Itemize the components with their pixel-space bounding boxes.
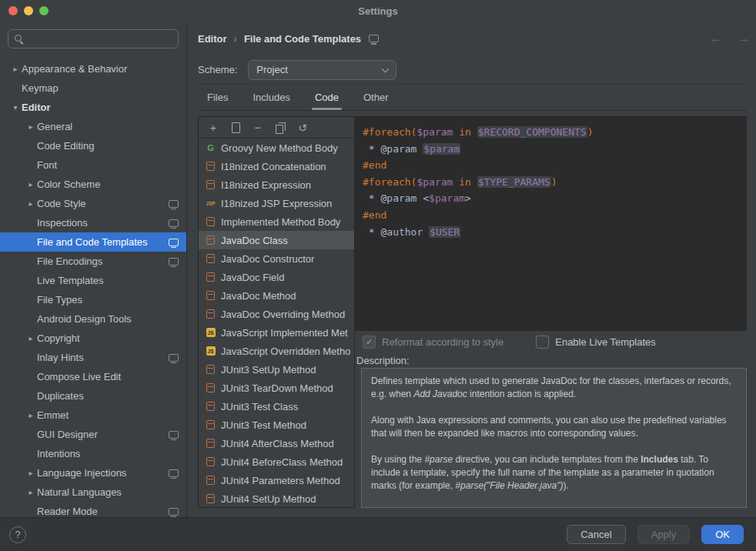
code-line: * @param <$param> [363,190,738,207]
template-item-junit3-setup-method[interactable]: JUnit3 SetUp Method [199,360,354,379]
sidebar-item-label: General [37,121,72,132]
template-item-javadoc-field[interactable]: JavaDoc Field [199,268,354,286]
template-editor[interactable]: #foreach($param in $RECORD_COMPONENTS) *… [355,116,747,331]
search-input[interactable] [8,29,179,48]
maximize-button[interactable] [39,6,49,15]
settings-main: Editor › File and Code Templates ← → Sch… [187,22,756,517]
template-item-i18nized-jsp-expression[interactable]: JSPI18nized JSP Expression [199,194,354,212]
add-template-icon[interactable] [207,122,219,134]
sidebar-item-color-scheme[interactable]: ▸Color Scheme [0,175,186,194]
minimize-button[interactable] [24,6,33,15]
template-item-javadoc-class[interactable]: JavaDoc Class [199,231,354,249]
tab-other[interactable]: Other [354,85,398,110]
template-file-icon [204,476,217,485]
sidebar-item-font[interactable]: Font [0,155,186,175]
back-icon[interactable]: ← [710,32,722,45]
description-paragraph: By using the #parse directive, you can i… [371,453,737,493]
sidebar-item-file-and-code-templates[interactable]: File and Code Templates [0,232,186,252]
apply-button[interactable]: Apply [637,525,691,544]
sidebar-item-inspections[interactable]: Inspections [0,213,186,232]
breadcrumb-editor[interactable]: Editor [198,33,227,45]
sidebar-item-editor[interactable]: ▾Editor [0,98,186,117]
chevron-right-icon[interactable]: ▸ [25,180,37,189]
template-file-icon [204,457,217,466]
template-item-junit4-afterclass-method[interactable]: JUnit4 AfterClass Method [199,434,354,452]
window-title: Settings [358,5,397,17]
chevron-right-icon[interactable]: ▸ [25,334,37,342]
chevron-right-icon[interactable]: ▸ [25,469,37,477]
copy-template-icon[interactable] [274,122,286,134]
close-button[interactable] [8,6,18,15]
template-item-junit3-teardown-method[interactable]: JUnit3 TearDown Method [199,379,354,397]
sidebar-item-label: Editor [22,102,51,113]
sidebar-item-label: Android Design Tools [37,313,132,325]
template-item-implemented-method-body[interactable]: Implemented Method Body [199,212,354,231]
template-item-junit4-beforeclass-method[interactable]: JUnit4 BeforeClass Method [199,452,354,471]
sidebar-item-file-encodings[interactable]: File Encodings [0,252,186,271]
template-item-i18nized-concatenation[interactable]: I18nized Concatenation [199,157,354,175]
sidebar-item-code-style[interactable]: ▸Code Style [0,194,186,213]
create-child-template-icon[interactable] [229,122,242,134]
sidebar-item-keymap[interactable]: Keymap [0,78,186,98]
cancel-button[interactable]: Cancel [567,525,625,544]
template-item-label: JUnit3 TearDown Method [221,382,333,394]
tab-files[interactable]: Files [198,85,237,110]
sidebar-item-duplicates[interactable]: Duplicates [0,386,186,406]
sidebar-item-natural-languages[interactable]: ▸Natural Languages [0,483,186,502]
live-templates-checkbox[interactable]: Enable Live Templates [536,336,656,349]
sidebar-item-code-editing[interactable]: Code Editing [0,136,186,155]
settings-sidebar: ▸Appearance & BehaviorKeymap▾Editor▸Gene… [0,22,187,517]
scheme-row: Scheme: Project [198,55,747,85]
template-item-javascript-overridden-metho[interactable]: JSJavaScript Overridden Metho [199,342,354,360]
scheme-dropdown[interactable]: Project [248,60,396,80]
chevron-right-icon[interactable]: ▸ [9,65,22,73]
sidebar-item-general[interactable]: ▸General [0,117,186,136]
description-paragraph: Predefined variables take the following … [371,506,737,508]
sidebar-item-language-injections[interactable]: ▸Language Injections [0,463,186,483]
sidebar-item-file-types[interactable]: File Types [0,290,186,309]
remove-template-icon[interactable] [252,122,264,134]
template-file-icon [204,309,217,319]
sidebar-item-android-design-tools[interactable]: Android Design Tools [0,309,186,329]
template-list-pane: GGroovy New Method BodyI18nized Concaten… [198,116,355,508]
template-item-i18nized-expression[interactable]: I18nized Expression [199,175,354,194]
chevron-right-icon[interactable]: ▸ [25,488,37,496]
chevron-right-icon[interactable]: ▸ [25,199,37,208]
template-item-junit4-parameters-method[interactable]: JUnit4 Parameters Method [199,471,354,489]
sidebar-item-gui-designer[interactable]: GUI Designer [0,425,186,444]
template-item-javadoc-method[interactable]: JavaDoc Method [199,286,354,305]
sidebar-item-compose-live-edit[interactable]: Compose Live Edit [0,367,186,386]
template-item-junit3-test-class[interactable]: JUnit3 Test Class [199,397,354,416]
tab-includes[interactable]: Includes [243,85,299,110]
template-item-junit3-test-method[interactable]: JUnit3 Test Method [199,416,354,434]
sidebar-item-live-templates[interactable]: Live Templates [0,271,186,290]
chevron-right-icon[interactable]: ▸ [25,122,37,131]
chevron-down-icon[interactable]: ▾ [9,103,22,112]
footer: ? Cancel Apply OK [0,517,756,551]
help-button[interactable]: ? [9,526,26,543]
forward-icon[interactable]: → [738,32,750,45]
sidebar-item-emmet[interactable]: ▸Emmet [0,406,186,425]
monitor-icon [169,508,179,516]
template-item-javadoc-constructor[interactable]: JavaDoc Constructor [199,249,354,268]
sidebar-item-inlay-hints[interactable]: Inlay Hints [0,348,186,367]
template-item-groovy-new-method-body[interactable]: GGroovy New Method Body [199,139,354,157]
template-item-label: JUnit4 BeforeClass Method [221,456,343,468]
scheme-value: Project [256,64,287,75]
chevron-right-icon[interactable]: ▸ [25,411,37,419]
template-item-javadoc-overriding-method[interactable]: JavaDoc Overriding Method [199,305,354,323]
reformat-checkbox[interactable]: ✓ Reformat according to style [363,336,503,349]
sidebar-item-appearance-behavior[interactable]: ▸Appearance & Behavior [0,59,186,78]
sidebar-item-reader-mode[interactable]: Reader Mode [0,502,186,517]
template-list: GGroovy New Method BodyI18nized Concaten… [199,139,354,507]
reset-to-default-icon[interactable] [296,122,309,134]
tab-code[interactable]: Code [306,85,348,110]
ok-button[interactable]: OK [701,525,744,544]
template-item-javascript-implemented-met[interactable]: JSJavaScript Implemented Met [199,323,354,342]
sidebar-item-intentions[interactable]: Intentions [0,444,186,463]
template-file-icon [204,180,217,189]
monitor-icon [169,219,179,227]
sidebar-item-copyright[interactable]: ▸Copyright [0,329,186,348]
template-item-junit4-setup-method[interactable]: JUnit4 SetUp Method [199,489,354,507]
settings-tree: ▸Appearance & BehaviorKeymap▾Editor▸Gene… [0,53,186,517]
